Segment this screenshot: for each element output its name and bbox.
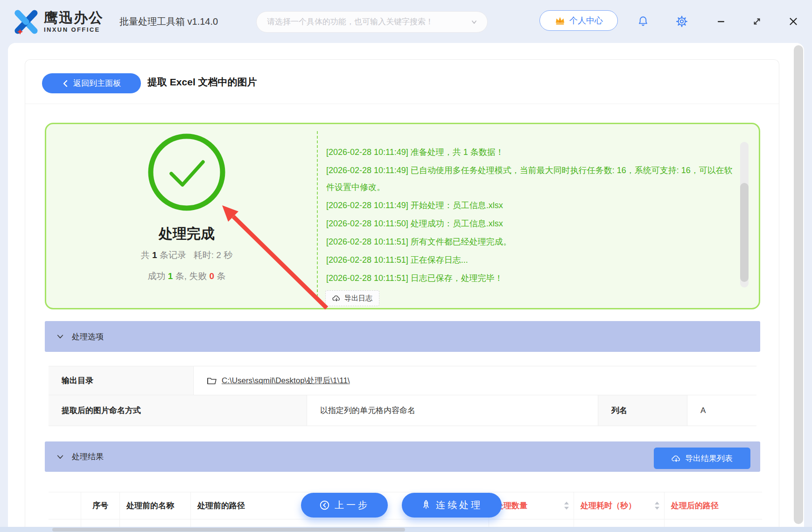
continue-process-button[interactable]: 连续处理 xyxy=(402,493,502,518)
cloud-download-icon xyxy=(332,294,341,302)
header-index: 序号 xyxy=(81,492,120,519)
resize-icon xyxy=(752,16,762,27)
export-log-button[interactable]: 导出日志 xyxy=(325,290,379,306)
previous-step-button[interactable]: 上一步 xyxy=(301,493,388,518)
output-dir-value[interactable]: C:\Users\sqmil\Desktop\处理后\1\11\ xyxy=(207,375,350,386)
header-elapsed[interactable]: 处理耗时（秒） xyxy=(574,492,665,519)
status-title: 处理完成 xyxy=(46,224,327,244)
success-fail-stats: 成功 1 条, 失败 0 条 xyxy=(46,270,327,282)
success-count: 1 xyxy=(168,271,173,281)
section-process-options[interactable]: 处理选项 xyxy=(45,321,760,352)
log-line: [2026-02-28 10:11:50] 处理成功：员工信息.xlsx xyxy=(326,215,737,232)
option-row-output-dir: 输出目录 C:\Users\sqmil\Desktop\处理后\1\11\ xyxy=(49,366,756,395)
fail-count: 0 xyxy=(210,271,215,281)
process-log: [2026-02-28 10:11:49] 准备处理，共 1 条数据！ [202… xyxy=(326,144,737,288)
title-bar: 鹰迅办公 INXUN OFFICE 批量处理工具箱 v1.14.0 个人中心 xyxy=(0,0,812,43)
sort-icon[interactable] xyxy=(564,502,569,510)
chevron-left-icon xyxy=(62,79,69,88)
log-line: [2026-02-28 10:11:51] 所有文件都已经处理完成。 xyxy=(326,233,737,250)
log-scrollbar[interactable] xyxy=(740,142,749,287)
rocket-icon xyxy=(421,500,431,511)
logo-text: 鹰迅办公 INXUN OFFICE xyxy=(44,10,104,33)
search-input[interactable] xyxy=(267,17,469,27)
section-results-title: 处理结果 xyxy=(72,451,104,462)
chevron-down-icon xyxy=(56,453,64,461)
output-dir-label: 输出目录 xyxy=(49,366,194,395)
notifications-button[interactable] xyxy=(635,0,651,43)
logo-en: INXUN OFFICE xyxy=(44,26,104,33)
export-log-label: 导出日志 xyxy=(344,294,372,303)
app-logo-icon xyxy=(14,9,38,35)
chevron-down-icon xyxy=(469,17,479,27)
log-line: [2026-02-28 10:11:49] 准备处理，共 1 条数据！ xyxy=(326,144,737,161)
section-process-results[interactable]: 处理结果 xyxy=(45,441,760,472)
column-name-value[interactable]: A xyxy=(687,395,756,426)
log-divider xyxy=(317,131,318,301)
back-button-label: 返回到主面板 xyxy=(73,78,121,89)
header-name-before: 处理前的名称 xyxy=(120,492,191,519)
export-results-label: 导出结果列表 xyxy=(685,453,733,464)
user-center-label: 个人中心 xyxy=(569,15,603,26)
content-card: 返回到主面板 提取 Excel 文档中的图片 处理完成 共 1 条记录 耗时: … xyxy=(25,59,779,527)
option-row-naming: 提取后的图片命名方式 以指定列的单元格内容命名 列名 A xyxy=(49,395,756,426)
resize-button[interactable] xyxy=(749,0,765,43)
log-scrollbar-thumb[interactable] xyxy=(740,183,749,282)
result-summary-panel: 处理完成 共 1 条记录 耗时: 2 秒 成功 1 条, 失败 0 条 [202… xyxy=(45,123,760,309)
table-row xyxy=(49,519,762,527)
app-window: 鹰迅办公 INXUN OFFICE 批量处理工具箱 v1.14.0 个人中心 xyxy=(0,0,812,532)
success-check-icon xyxy=(147,132,227,212)
output-dir-link[interactable]: C:\Users\sqmil\Desktop\处理后\1\11\ xyxy=(222,375,350,386)
record-stats: 共 1 条记录 耗时: 2 秒 xyxy=(46,249,327,261)
gear-icon xyxy=(676,15,688,28)
user-center-button[interactable]: 个人中心 xyxy=(539,10,618,31)
close-icon xyxy=(788,16,798,27)
app-title: 批量处理工具箱 v1.14.0 xyxy=(119,0,218,43)
total-count: 1 xyxy=(152,250,157,260)
crown-icon xyxy=(554,15,566,26)
header-path-after: 处理后的路径 xyxy=(665,492,762,519)
log-line: [2026-02-28 10:11:49] 开始处理：员工信息.xlsx xyxy=(326,197,737,214)
header-process-count[interactable]: 处理数量 xyxy=(489,492,574,519)
bell-icon xyxy=(637,15,649,28)
card-header: 返回到主面板 提取 Excel 文档中的图片 xyxy=(25,60,779,104)
settings-button[interactable] xyxy=(674,0,690,43)
horizontal-scrollbar[interactable] xyxy=(52,528,405,532)
column-name-label: 列名 xyxy=(598,395,687,426)
fail-unit: 条 xyxy=(217,271,225,281)
folder-icon xyxy=(207,376,217,385)
success-label: 成功 xyxy=(148,271,166,281)
section-options-title: 处理选项 xyxy=(72,331,104,342)
back-to-dashboard-button[interactable]: 返回到主面板 xyxy=(42,73,141,93)
continue-process-label: 连续处理 xyxy=(436,499,483,511)
window-vertical-scrollbar[interactable] xyxy=(794,45,803,524)
naming-mode-value[interactable]: 以指定列的单元格内容命名 xyxy=(307,395,598,426)
total-unit: 条记录 xyxy=(160,250,186,260)
minimize-icon xyxy=(716,17,726,26)
close-button[interactable] xyxy=(785,0,801,43)
sort-icon[interactable] xyxy=(655,502,659,510)
chevron-down-icon xyxy=(56,332,64,341)
elapsed-time: 耗时: 2 秒 xyxy=(194,250,232,260)
naming-mode-label: 提取后的图片命名方式 xyxy=(49,395,307,426)
total-label: 共 xyxy=(141,250,150,260)
header-select xyxy=(49,492,81,519)
page-title: 提取 Excel 文档中的图片 xyxy=(147,60,257,104)
log-line: [2026-02-28 10:11:51] 正在保存日志... xyxy=(326,252,737,268)
log-line: [2026-02-28 10:11:51] 日志已保存，处理完毕！ xyxy=(326,270,737,287)
logo-cn: 鹰迅办公 xyxy=(44,10,104,25)
cloud-download-icon xyxy=(672,455,681,462)
log-line: [2026-02-28 10:11:49] 已自动使用多任务处理模式，当前最大同… xyxy=(326,162,737,196)
minimize-button[interactable] xyxy=(713,0,729,43)
function-search-box[interactable] xyxy=(256,11,488,33)
back-circle-icon xyxy=(319,500,330,511)
fail-label: 条, 失败 xyxy=(175,271,207,281)
export-results-button[interactable]: 导出结果列表 xyxy=(654,448,750,469)
previous-step-label: 上一步 xyxy=(335,499,370,511)
